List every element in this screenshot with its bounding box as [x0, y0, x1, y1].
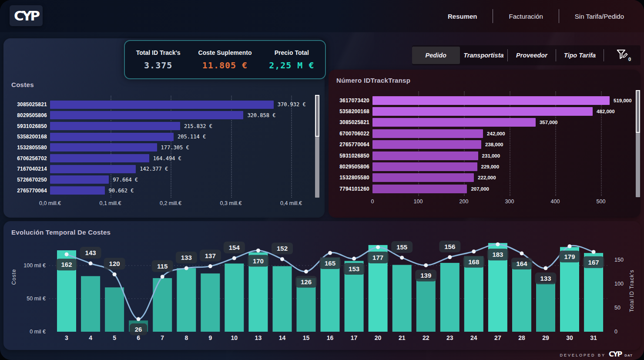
nav-item-sin-tarifa-pedido[interactable]: Sin Tarifa/Pedido [559, 10, 640, 23]
idtrack-scrollbar[interactable] [636, 90, 640, 197]
line-data-label: 133 [176, 252, 197, 263]
costes-bar[interactable] [50, 122, 180, 130]
line-point[interactable] [161, 275, 164, 279]
bar-value-label: 215.832 € [184, 123, 212, 129]
line-point[interactable] [256, 249, 260, 252]
costes-bar[interactable] [50, 165, 136, 173]
idtrack-bar[interactable] [372, 162, 477, 171]
coste-bar[interactable] [440, 263, 460, 332]
idtrack-bar[interactable] [372, 173, 474, 182]
idtrack-bar[interactable] [372, 185, 467, 193]
bar-value-label: 142.377 € [140, 166, 168, 172]
line-point[interactable] [65, 252, 69, 256]
coste-bar[interactable] [105, 287, 124, 332]
line-point[interactable] [208, 264, 212, 268]
x-tick-label: 300 [505, 199, 514, 205]
x-tick-label: 17 [351, 334, 358, 341]
idtrack-bar[interactable] [372, 118, 536, 127]
coste-bar[interactable] [512, 262, 531, 332]
costes-bar[interactable] [50, 101, 274, 109]
tab-transportista[interactable]: Transportista [460, 47, 508, 64]
tab-pedido[interactable]: Pedido [412, 47, 460, 64]
bar-track: 320.858 € [50, 110, 312, 121]
line-data-label: 177 [367, 252, 389, 263]
costes-row: 276577006490.662 € [3, 185, 312, 196]
line-point[interactable] [280, 257, 284, 261]
x-tick-label: 30 [566, 334, 573, 341]
idtrack-bar[interactable] [372, 96, 610, 105]
idtrack-bar[interactable] [372, 151, 478, 160]
coste-bar[interactable] [416, 279, 436, 332]
line-point[interactable] [568, 244, 572, 248]
bar-value-label: 90.662 € [109, 188, 134, 194]
svg-text:154: 154 [229, 244, 240, 251]
scrollbar-thumb[interactable] [315, 95, 319, 137]
costes-bar[interactable] [50, 186, 105, 195]
x-tick-label: 29 [542, 334, 549, 341]
line-point[interactable] [400, 256, 404, 259]
line-point[interactable] [304, 269, 308, 273]
idtrack-panel: Número IDTrackTransp 0100200300400500 36… [329, 70, 641, 218]
category-label: 2765770064 [329, 141, 372, 148]
line-point[interactable] [89, 262, 93, 266]
idtrack-row: 3617073420519,000 [329, 95, 634, 106]
coste-bar[interactable] [273, 266, 292, 332]
bar-value-label: 222,000 [478, 175, 496, 180]
line-point[interactable] [232, 256, 236, 260]
line-point[interactable] [328, 251, 332, 255]
coste-bar[interactable] [392, 265, 412, 332]
bar-value-label: 320.858 € [247, 112, 275, 118]
tab-proveedor[interactable]: Proveedor [508, 47, 556, 64]
x-tick-label: 9 [208, 334, 212, 341]
idtrack-bar[interactable] [372, 140, 481, 149]
filter-button[interactable]: 0 [604, 47, 641, 63]
line-point[interactable] [472, 249, 476, 253]
line-point[interactable] [113, 273, 117, 276]
category-label: 5931026850 [3, 123, 50, 129]
x-tick-label: 14 [279, 334, 286, 341]
category-label: 3085025821 [3, 101, 50, 108]
bar-value-label: 482,000 [597, 109, 615, 114]
bar-track: 222,000 [372, 172, 634, 183]
coste-bar[interactable] [225, 263, 244, 332]
line-point[interactable] [184, 266, 188, 270]
coste-bar[interactable] [177, 268, 196, 332]
costes-bar[interactable] [50, 111, 243, 119]
line-point[interactable] [376, 245, 380, 249]
costes-bar[interactable] [50, 133, 174, 141]
kpi-total-id-tracks: Total ID Track's 3.375 [125, 41, 191, 78]
line-point[interactable] [592, 250, 596, 254]
idtrack-bar[interactable] [372, 107, 593, 116]
kpi-precio-total: Precio Total 2,25 M € [258, 41, 325, 78]
tab-tipo-tarifa[interactable]: Tipo Tarifa [556, 47, 604, 64]
line-point[interactable] [137, 317, 141, 321]
nav-item-resumen[interactable]: Resumen [432, 10, 493, 23]
line-point[interactable] [448, 255, 452, 259]
line-point[interactable] [520, 252, 524, 256]
line-point[interactable] [496, 242, 500, 246]
costes-bar[interactable] [50, 143, 157, 151]
costes-scrollbar[interactable] [315, 95, 319, 198]
costes-bar[interactable] [50, 175, 109, 184]
bar-value-label: 177.305 € [161, 145, 189, 151]
coste-bar[interactable] [201, 273, 220, 332]
coste-bar[interactable] [536, 283, 555, 332]
category-label: 6706256702 [3, 155, 50, 161]
svg-text:167: 167 [588, 259, 599, 266]
scrollbar-thumb[interactable] [636, 90, 640, 133]
line-point[interactable] [544, 266, 548, 270]
line-data-label: 179 [559, 251, 580, 262]
bar-track: 207,000 [372, 183, 634, 194]
coste-bar[interactable] [153, 278, 172, 332]
bar-value-label: 231,000 [482, 153, 500, 158]
nav-item-facturacion[interactable]: Facturación [493, 10, 558, 23]
line-point[interactable] [352, 257, 356, 261]
category-label: 5931026850 [329, 153, 372, 159]
svg-text:153: 153 [349, 265, 359, 273]
line-point[interactable] [424, 263, 428, 267]
idtrack-bar[interactable] [372, 129, 483, 138]
svg-text:133: 133 [181, 254, 192, 261]
costes-bar[interactable] [50, 154, 149, 162]
coste-bar[interactable] [81, 276, 100, 332]
x-tick-label: 15 [303, 334, 310, 341]
